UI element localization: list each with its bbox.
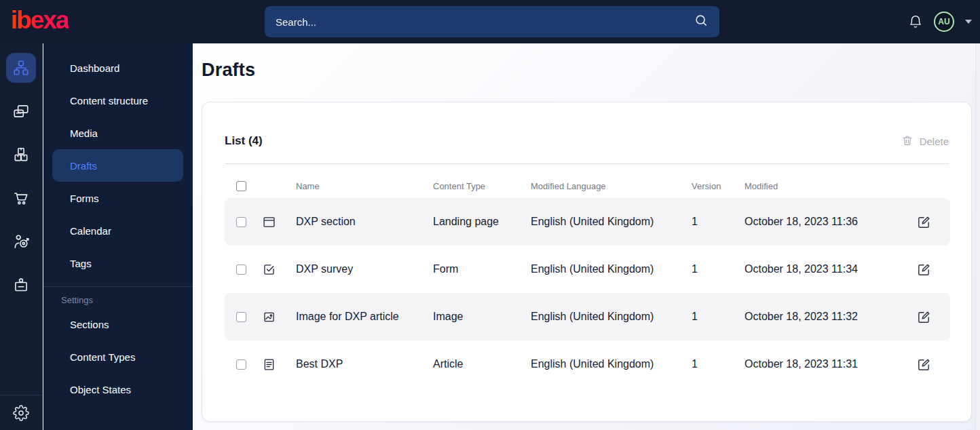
badge-icon[interactable] (6, 270, 36, 300)
row-name[interactable]: Image for DXP article (296, 311, 433, 323)
row-checkbox[interactable] (236, 312, 246, 322)
sidebar-item-object-states[interactable]: Object States (52, 373, 183, 406)
sidebar-item-sections[interactable]: Sections (52, 308, 183, 340)
main-content: Drafts List (4) Delete (193, 43, 980, 430)
page-title: Drafts (202, 60, 255, 81)
select-all-checkbox[interactable] (236, 181, 246, 191)
rail-bottom (0, 395, 43, 430)
sidebar-item-calendar[interactable]: Calendar (52, 214, 183, 247)
column-header-content-type: Content Type (433, 181, 531, 191)
row-language: English (United Kingdom) (531, 358, 692, 370)
row-content-type: Form (433, 263, 531, 275)
row-checkbox[interactable] (236, 359, 246, 370)
settings-section-label: Settings (43, 287, 193, 308)
row-version: 1 (692, 263, 745, 275)
edit-icon[interactable] (916, 214, 932, 230)
sitemap-icon[interactable] (6, 53, 36, 83)
row-content-type: Image (433, 311, 531, 323)
column-header-version: Version (692, 181, 745, 191)
sidebar-item-tags[interactable]: Tags (52, 247, 183, 279)
packages-icon[interactable] (6, 140, 36, 170)
personalization-icon[interactable] (6, 227, 36, 256)
cart-icon[interactable] (6, 183, 36, 213)
search-input[interactable] (276, 16, 694, 28)
table-row: Best DXP Article English (United Kingdom… (225, 340, 950, 388)
sidebar-item-content-types[interactable]: Content Types (52, 340, 183, 373)
list-header: List (4) Delete (225, 130, 949, 153)
topbar-right-cluster: AU (908, 0, 972, 43)
avatar[interactable]: AU (934, 12, 954, 32)
row-modified: October 18, 2023 11:34 (745, 263, 911, 275)
global-search[interactable] (265, 6, 719, 37)
search-icon[interactable] (694, 13, 709, 31)
list-title: List (4) (225, 134, 263, 148)
column-header-modified-language: Modified Language (531, 181, 692, 191)
sidebar-item-content-structure[interactable]: Content structure (52, 84, 183, 117)
row-checkbox[interactable] (236, 265, 246, 275)
row-name[interactable]: Best DXP (296, 358, 433, 370)
row-content-type: Landing page (433, 216, 531, 228)
sidebar-menu: Dashboard Content structure Media Drafts… (43, 43, 193, 430)
edit-icon[interactable] (916, 357, 932, 372)
form-icon (262, 262, 296, 277)
sidebar-item-media[interactable]: Media (52, 117, 183, 149)
article-icon (262, 357, 296, 372)
row-modified: October 18, 2023 11:31 (745, 358, 911, 370)
row-version: 1 (692, 216, 745, 228)
landing-page-icon (262, 215, 296, 229)
row-modified: October 18, 2023 11:36 (745, 216, 911, 228)
scrollbar[interactable] (975, 43, 980, 430)
table-row: Image for DXP article Image English (Uni… (225, 293, 950, 340)
row-name[interactable]: DXP survey (296, 263, 433, 275)
table-header-row: Name Content Type Modified Language Vers… (225, 174, 950, 198)
icon-rail (0, 43, 43, 430)
table-row: DXP survey Form English (United Kingdom)… (225, 246, 950, 293)
column-header-name: Name (296, 181, 433, 191)
sidebar-item-dashboard[interactable]: Dashboard (52, 52, 183, 84)
drafts-table: Name Content Type Modified Language Vers… (225, 174, 950, 388)
sidebar-item-forms[interactable]: Forms (52, 182, 183, 214)
row-language: English (United Kingdom) (531, 311, 692, 323)
column-header-modified: Modified (745, 181, 911, 191)
row-modified: October 18, 2023 11:32 (745, 311, 911, 323)
delete-button[interactable]: Delete (901, 134, 949, 149)
row-version: 1 (692, 311, 745, 323)
caret-down-icon[interactable] (965, 20, 972, 24)
edit-icon[interactable] (916, 309, 932, 325)
edit-icon[interactable] (916, 262, 932, 277)
row-version: 1 (692, 358, 745, 370)
trash-icon (901, 134, 913, 149)
row-language: English (United Kingdom) (531, 216, 692, 228)
topbar: ibexa AU (0, 0, 980, 43)
gear-icon[interactable] (13, 405, 29, 421)
drafts-list-card: List (4) Delete Name (202, 102, 972, 422)
ibexa-logo[interactable]: ibexa (11, 7, 69, 37)
row-name[interactable]: DXP section (296, 216, 433, 228)
row-content-type: Article (433, 358, 531, 370)
row-language: English (United Kingdom) (531, 263, 692, 275)
card-divider (225, 163, 949, 164)
bell-icon[interactable] (908, 14, 923, 29)
image-icon (262, 310, 296, 324)
table-row: DXP section Landing page English (United… (225, 198, 950, 246)
delete-label: Delete (920, 136, 949, 147)
pages-icon[interactable] (6, 96, 36, 126)
sidebar-item-drafts[interactable]: Drafts (52, 149, 183, 182)
row-checkbox[interactable] (236, 217, 246, 227)
